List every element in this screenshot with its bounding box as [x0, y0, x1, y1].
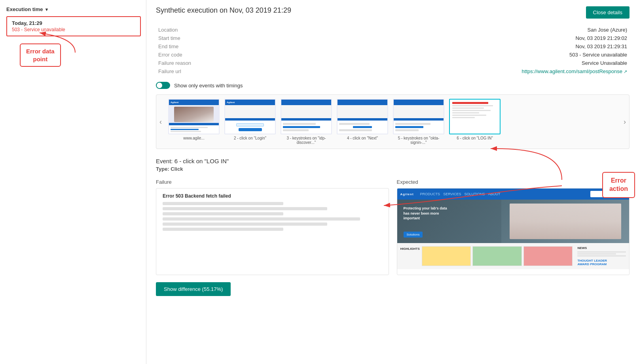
sidebar: Execution time ▼ Today, 21:29 503 - Serv… [0, 0, 146, 364]
highlights-section: HIGHLIGHTS NEWS THOUGHT LEADERAWARD PROG… [397, 243, 630, 269]
screenshot-thumb-1: Agilent [168, 99, 220, 134]
details-row-failure-url: Failure url https://www.agilent.com/saml… [156, 67, 630, 75]
hero-button: Solutions [404, 232, 423, 238]
failure-reason-label: Failure reason [156, 59, 219, 67]
nav-items: PRODUCTS SERVICES SOLUTIONS ABOUT [420, 192, 501, 196]
failure-line-1 [163, 202, 283, 205]
expected-label: Expected [397, 179, 630, 185]
thought-leader-label: THOUGHT LEADERAWARD PROGRAM [577, 259, 626, 266]
event-title: Event: 6 - click on "LOG IN" [156, 158, 630, 164]
events-toggle[interactable] [156, 82, 170, 89]
news-column: NEWS THOUGHT LEADERAWARD PROGRAM [574, 246, 626, 266]
screenshot-item-5[interactable]: 5 - keystrokes on "okta-signin-..." [393, 99, 444, 145]
hero-section: Protecting your lab's data has never bee… [397, 200, 630, 243]
failure-screenshot: Error 503 Backend fetch failed [156, 188, 389, 275]
toggle-label: Show only events with timings [174, 83, 243, 89]
dropdown-arrow-icon: ▼ [44, 7, 49, 12]
expected-column: Expected Agilent PRODUCTS SERVICES SOLUT… [397, 179, 630, 275]
event-type-value: Click [171, 166, 183, 172]
highlight-card-1 [422, 246, 471, 266]
screenshot-item-6[interactable]: 6 - click on "LOG IN" [449, 99, 501, 145]
nav-item-1: PRODUCTS [420, 192, 440, 196]
details-row-start-time: Start time Nov, 03 2019 21:29:02 [156, 34, 630, 42]
screenshot-thumb-3 [281, 99, 332, 134]
page-title: Synthetic execution on Nov, 03 2019 21:2… [156, 6, 291, 15]
end-time-label: End time [156, 42, 219, 51]
screenshot-thumb-6 [449, 99, 501, 134]
comparison-row: Failure Error 503 Backend fetch failed E… [156, 179, 630, 275]
highlights-label: HIGHLIGHTS [400, 246, 420, 266]
news-label: NEWS [577, 246, 626, 250]
news-line-3 [577, 255, 626, 256]
event-type: Type: Click [156, 166, 630, 172]
event-section: Event: 6 - click on "LOG IN" Type: Click… [156, 158, 630, 296]
start-time-value: Nov, 03 2019 21:29:02 [219, 34, 630, 42]
execution-time: Today, 21:29 [12, 20, 135, 26]
failure-url-link[interactable]: https://www.agilent.com/saml/postRespons… [522, 68, 627, 74]
screenshot-item-4[interactable]: 4 - click on "Next" [337, 99, 388, 145]
failure-line-3 [163, 212, 283, 215]
news-line-2 [577, 253, 616, 255]
highlight-card-2 [472, 246, 522, 266]
screenshot-label-5: 5 - keystrokes on "okta-signin-..." [393, 136, 444, 145]
screenshot-label-6: 6 - click on "LOG IN" [457, 136, 493, 140]
highlight-card-3 [523, 246, 573, 266]
nav-item-3: SOLUTIONS [464, 192, 485, 196]
screenshot-item-2[interactable]: Agilent 2 - click on "Login" [224, 99, 276, 145]
start-time-label: Start time [156, 34, 219, 42]
screenshot-label-4: 4 - click on "Next" [347, 136, 378, 140]
details-row-error-code: Error code 503 - Service unavailable [156, 51, 630, 59]
screenshot-label-3: 3 - keystrokes on "idp-discover..." [281, 136, 332, 145]
carousel-prev-button[interactable]: ‹ [158, 116, 163, 128]
toggle-row: Show only events with timings [156, 82, 630, 89]
details-row-end-time: End time Nov, 03 2019 21:29:31 [156, 42, 630, 51]
failure-line-5 [163, 223, 327, 226]
details-row-failure-reason: Failure reason Service Unavailable [156, 59, 630, 67]
error-data-point-annotation: Error datapoint [20, 43, 61, 67]
carousel-track: Agilent www.agile... [168, 99, 617, 145]
failure-url-label: Failure url [156, 67, 219, 75]
news-line-1 [577, 251, 626, 253]
screenshot-thumb-4 [337, 99, 388, 134]
details-table: Location San Jose (Azure) Start time Nov… [156, 26, 630, 75]
end-time-value: Nov, 03 2019 21:29:31 [219, 42, 630, 51]
carousel-next-button[interactable]: › [622, 116, 628, 128]
failure-column: Failure Error 503 Backend fetch failed [156, 179, 389, 275]
expected-nav-bar: Agilent PRODUCTS SERVICES SOLUTIONS ABOU… [397, 189, 630, 200]
nav-item-4: ABOUT [488, 192, 501, 196]
failure-url-value: https://www.agilent.com/saml/postRespons… [219, 67, 630, 75]
screenshot-item-1[interactable]: Agilent www.agile... [168, 99, 220, 145]
expected-screenshot: Agilent PRODUCTS SERVICES SOLUTIONS ABOU… [397, 188, 630, 275]
failure-reason-value: Service Unavailable [219, 59, 630, 67]
failure-line-6 [163, 228, 283, 231]
failure-label: Failure [156, 179, 389, 185]
nav-item-2: SERVICES [443, 192, 461, 196]
main-content: Synthetic execution on Nov, 03 2019 21:2… [146, 0, 639, 364]
agilent-logo: Agilent [400, 192, 414, 196]
error-code-value: 503 - Service unavailable [219, 51, 630, 59]
error-action-annotation: Erroraction [602, 172, 635, 198]
error-code-label: Error code [156, 51, 219, 59]
sidebar-title-text: Execution time [6, 6, 43, 12]
screenshots-carousel: ‹ Agilent [156, 94, 630, 149]
execution-error-code: 503 - Service unavailable [12, 27, 135, 32]
failure-line-2 [163, 207, 327, 210]
main-header: Synthetic execution on Nov, 03 2019 21:2… [156, 6, 630, 19]
failure-line-4 [163, 217, 360, 221]
details-row-location: Location San Jose (Azure) [156, 26, 630, 34]
hero-text: Protecting your lab's data has never bee… [404, 206, 451, 221]
screenshot-item-3[interactable]: 3 - keystrokes on "idp-discover..." [281, 99, 332, 145]
failure-error-title: Error 503 Backend fetch failed [163, 193, 382, 199]
show-difference-button[interactable]: Show difference (55.17%) [156, 282, 231, 296]
execution-list-item[interactable]: Today, 21:29 503 - Service unavailable [6, 16, 141, 36]
screenshot-label-1: www.agile... [183, 136, 204, 140]
screenshot-label-2: 2 - click on "Login" [234, 136, 266, 140]
execution-time-dropdown[interactable]: Execution time ▼ [6, 6, 146, 12]
screenshot-thumb-2: Agilent [224, 99, 276, 134]
location-label: Location [156, 26, 219, 34]
screenshot-thumb-5 [393, 99, 444, 134]
event-type-label: Type: [156, 166, 169, 172]
close-details-button[interactable]: Close details [586, 6, 630, 19]
location-value: San Jose (Azure) [219, 26, 630, 34]
